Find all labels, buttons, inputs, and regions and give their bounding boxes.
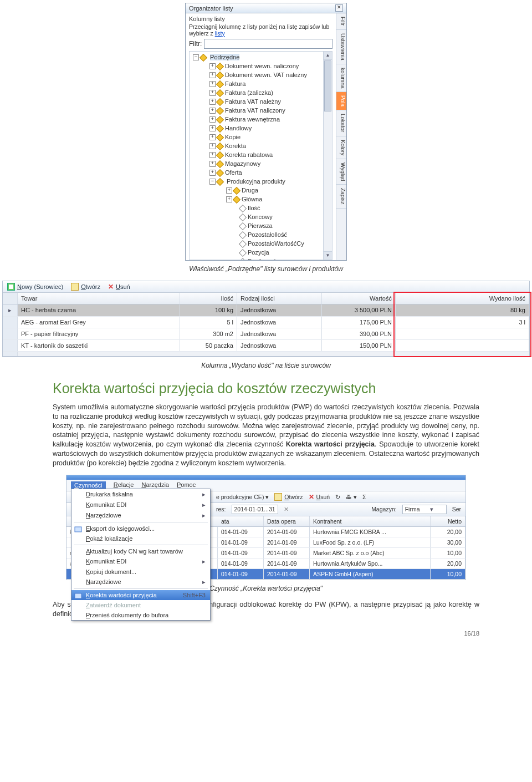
tree-node[interactable]: Rozliczanie <box>248 258 279 260</box>
hint-link[interactable]: listy <box>215 30 225 37</box>
expand-icon[interactable]: + <box>209 125 216 131</box>
tree-node[interactable]: Korekta <box>225 143 246 149</box>
menu-item[interactable]: Komunikat EDI▸ <box>71 500 210 510</box>
menu-item[interactable]: Korekta wartości przyjęciaShift+F3 <box>71 590 210 600</box>
tree-node[interactable]: Oferta <box>225 169 242 176</box>
menu-item[interactable]: Drukarka fiskalna▸ <box>71 489 210 500</box>
delete-button[interactable]: ✕ Usuń <box>108 283 130 290</box>
expand-icon[interactable]: + <box>209 161 216 167</box>
grid-footer-scroller[interactable]: ◂ <box>3 352 18 356</box>
tree-node[interactable]: Dokument wewn. VAT należny <box>225 72 307 78</box>
tree-node[interactable]: Dokument wewn. naliczony <box>225 63 299 69</box>
menu-item[interactable]: Kopiuj dokument... <box>71 567 210 577</box>
tree-node[interactable]: Faktura VAT należny <box>225 98 281 105</box>
menu-pomoc[interactable]: Pomoc <box>177 481 196 489</box>
table-row[interactable]: PF - papier filtracyjny300 m2Jednostkowa… <box>3 328 529 340</box>
sum-button[interactable]: Σ <box>362 494 366 500</box>
table-row[interactable]: AEG - aromat Earl Grey5 lJednostkowa175,… <box>3 317 529 328</box>
menu-item[interactable]: Pokaż lokalizacje <box>71 534 210 544</box>
close-icon[interactable]: ✕ <box>335 4 343 12</box>
col-netto[interactable]: Netto <box>431 516 466 526</box>
menu-item[interactable]: Komunikat EDI▸ <box>71 556 210 567</box>
tree-node[interactable]: Pierwsza <box>248 222 273 229</box>
menu-relacje[interactable]: Relacje <box>114 481 134 489</box>
expand-icon[interactable]: + <box>209 90 216 96</box>
expand-icon[interactable]: + <box>209 143 216 149</box>
tree-node[interactable]: Handlowy <box>225 125 252 131</box>
tree-root[interactable]: Podrzędne <box>210 54 239 60</box>
expand-icon[interactable]: + <box>209 72 216 78</box>
tree-node[interactable]: Ilość <box>248 205 260 211</box>
expand-icon[interactable]: + <box>209 152 216 158</box>
expand-icon[interactable]: + <box>209 81 216 87</box>
col-data-opera[interactable]: Data opera <box>264 516 310 526</box>
tree-node[interactable]: Faktura wewnętrzna <box>225 116 280 123</box>
tree-node[interactable]: Magazynowy <box>225 160 260 167</box>
print-button[interactable]: 🖶 ▾ <box>346 494 357 500</box>
table-row[interactable]: ▸HC - herbata czarna100 kgJednostkowa3 5… <box>3 304 529 317</box>
tree-node[interactable]: Faktura <box>225 80 245 87</box>
filter-dropdown[interactable]: e produkcyjne CE) ▾ <box>216 494 269 500</box>
period-clear[interactable]: ✕ <box>284 506 289 512</box>
expand-icon[interactable]: + <box>209 170 216 176</box>
tree-scrollbar[interactable]: ▲ ▼ <box>323 52 332 260</box>
tree-node[interactable]: Koncowy <box>248 214 273 220</box>
side-tab-zapisz[interactable]: Zapisz <box>336 185 346 208</box>
delete-button[interactable]: ✕ Usuń <box>309 494 330 500</box>
tree-node[interactable]: PozostałoIlość <box>248 231 287 238</box>
col-data[interactable]: ata <box>218 516 264 526</box>
scroll-down-icon[interactable]: ▼ <box>324 251 332 260</box>
scroll-up-icon[interactable]: ▲ <box>324 52 332 60</box>
warehouse-select[interactable]: Firma ▾ <box>402 505 447 514</box>
collapse-icon[interactable]: − <box>209 179 216 185</box>
side-tab-pola[interactable]: Pola <box>336 92 346 110</box>
expand-icon[interactable]: + <box>209 116 216 123</box>
col-towar[interactable]: Towar <box>18 293 180 304</box>
side-tab-wygląd[interactable]: Wygląd <box>336 159 346 185</box>
menu-item[interactable]: Aktualizuj kody CN wg kart towarów <box>71 546 210 556</box>
col-kontrahent[interactable]: Kontrahent <box>310 516 431 526</box>
open-button[interactable]: Otwórz <box>274 493 303 501</box>
menu-item[interactable]: Eksport do księgowości... <box>71 524 210 534</box>
col-ilosc[interactable]: Ilość <box>180 293 237 304</box>
tree-node[interactable]: Faktura (zaliczka) <box>225 89 273 96</box>
scroll-thumb[interactable] <box>324 60 331 111</box>
tree-node[interactable]: Pozycja <box>248 249 269 256</box>
side-tab-kolory[interactable]: Kolory <box>336 136 346 159</box>
side-tab-kolumna[interactable]: kolumna <box>336 64 346 93</box>
new-button[interactable]: NNowy (Surowiec)owy (Surowiec) <box>7 283 63 291</box>
tree-node[interactable]: PozostałoWartośćCy <box>248 240 304 247</box>
col-rodzaj[interactable]: Rodzaj ilości <box>237 293 322 304</box>
tree-node[interactable]: Produkcyjna produkty <box>227 178 285 185</box>
expand-icon[interactable]: + <box>209 108 216 114</box>
menu-item[interactable]: Narzędziowe▸ <box>71 577 210 587</box>
tree-node[interactable]: Faktura VAT naliczony <box>225 107 285 114</box>
col-wartosc[interactable]: Wartość <box>322 293 396 304</box>
expand-icon[interactable]: + <box>209 134 216 140</box>
tree-node[interactable]: Druga <box>242 187 258 194</box>
tree-node[interactable]: Korekta rabatowa <box>225 151 273 158</box>
table-row[interactable]: KT - kartonik do saszetki50 paczkaJednos… <box>3 340 529 352</box>
col-wydano[interactable]: Wydano ilość <box>396 293 529 304</box>
expand-icon[interactable]: + <box>209 99 216 105</box>
side-tab-ustawienia[interactable]: Ustawienia <box>336 30 346 64</box>
folder-icon <box>233 196 241 204</box>
materials-grid: NNowy (Surowiec)owy (Surowiec) Otwórz ✕ … <box>2 281 530 357</box>
side-tab-filtr[interactable]: Filtr <box>336 13 346 30</box>
filter-input[interactable] <box>204 39 332 49</box>
collapse-icon[interactable]: − <box>193 54 199 60</box>
expand-icon[interactable]: + <box>209 63 216 69</box>
open-button[interactable]: Otwórz <box>71 283 100 291</box>
menu-czynności[interactable]: Czynności <box>71 481 106 489</box>
expand-icon[interactable]: + <box>226 196 232 202</box>
menu-item[interactable]: Przenieś dokumenty do bufora <box>71 610 210 620</box>
refresh-button[interactable]: ↻ <box>335 494 340 500</box>
tree-node[interactable]: Główna <box>242 196 262 202</box>
side-tab-lokator[interactable]: Lokator <box>336 110 346 136</box>
columns-tree[interactable]: − Podrzędne +Dokument wewn. naliczony+Do… <box>189 51 332 260</box>
menu-item[interactable]: Narzędziowe▸ <box>71 510 210 521</box>
tree-node[interactable]: Kopie <box>225 134 241 140</box>
menu-narzędzia[interactable]: Narzędzia <box>141 481 169 489</box>
expand-icon[interactable]: + <box>226 187 232 194</box>
period-input[interactable]: 2014-01-01...31 <box>232 505 278 514</box>
